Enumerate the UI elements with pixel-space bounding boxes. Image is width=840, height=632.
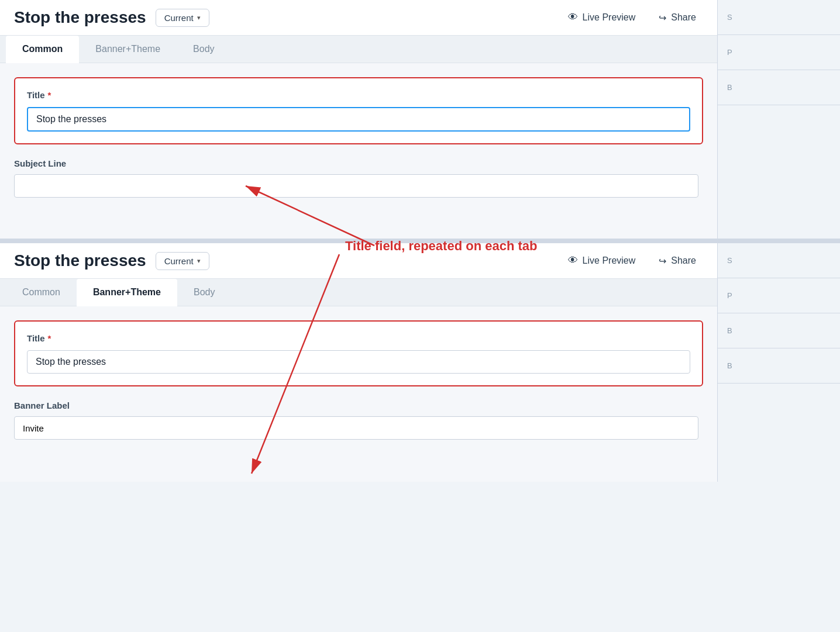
right-item-s2: S <box>718 243 840 278</box>
title-section-box-bottom: Title * <box>14 320 703 386</box>
tab-common-top[interactable]: Common <box>6 36 79 63</box>
share-icon-bottom: ↪ <box>659 255 666 267</box>
share-label-bottom: Share <box>671 255 696 266</box>
page-title-bottom: Stop the presses <box>14 251 146 270</box>
live-preview-label-bottom: Live Preview <box>583 255 636 266</box>
title-section-box-top: Title * <box>14 77 703 144</box>
required-star-top: * <box>48 90 51 100</box>
version-dropdown[interactable]: Current ▾ <box>156 9 209 27</box>
live-preview-button-bottom[interactable]: 👁 Live Preview <box>561 251 643 270</box>
share-label: Share <box>671 12 696 23</box>
share-button-bottom[interactable]: ↪ Share <box>652 252 703 270</box>
live-preview-label: Live Preview <box>583 12 636 23</box>
tab-body-top[interactable]: Body <box>177 36 230 63</box>
version-label-bottom: Current <box>164 256 194 266</box>
title-input-top[interactable] <box>27 107 690 132</box>
version-dropdown-bottom[interactable]: Current ▾ <box>156 252 209 270</box>
banner-section: Banner Label <box>14 400 703 440</box>
lower-right-sidebar: S P B B <box>717 243 840 482</box>
top-content-area: Title * Subject Line <box>0 63 717 239</box>
required-star-bottom: * <box>48 333 51 343</box>
lower-main: Stop the presses Current ▾ 👁 Live Previe… <box>0 243 717 482</box>
right-item-b3: B <box>718 348 840 384</box>
right-item-b2: B <box>718 313 840 348</box>
share-button[interactable]: ↪ Share <box>652 9 703 27</box>
eye-icon: 👁 <box>568 12 578 23</box>
top-header: Stop the presses Current ▾ 👁 Live Previe… <box>0 0 717 36</box>
section-divider <box>0 239 840 243</box>
top-tabs-bar: Common Banner+Theme Body <box>0 36 717 63</box>
chevron-down-icon: ▾ <box>197 14 201 22</box>
live-preview-button[interactable]: 👁 Live Preview <box>561 8 643 27</box>
subject-input[interactable] <box>14 174 698 198</box>
banner-label: Banner Label <box>14 400 703 410</box>
upper-right-sidebar: S P B <box>717 0 840 239</box>
title-label-top: Title * <box>27 90 690 100</box>
eye-icon-bottom: 👁 <box>568 255 578 267</box>
upper-main: Stop the presses Current ▾ 👁 Live Previe… <box>0 0 717 239</box>
right-item-s: S <box>718 0 840 35</box>
version-label: Current <box>164 13 194 23</box>
bottom-content-area: Title * Banner Label <box>0 306 717 482</box>
title-label-bottom: Title * <box>27 333 690 343</box>
banner-input[interactable] <box>14 416 698 440</box>
tab-banner-theme-bottom[interactable]: Banner+Theme <box>77 279 177 306</box>
right-item-p2: P <box>718 278 840 313</box>
chevron-down-icon-bottom: ▾ <box>197 257 201 265</box>
tab-body-bottom[interactable]: Body <box>177 279 231 306</box>
subject-label: Subject Line <box>14 158 703 168</box>
tab-common-bottom[interactable]: Common <box>6 279 77 306</box>
share-icon: ↪ <box>659 12 666 23</box>
tab-banner-theme-top[interactable]: Banner+Theme <box>79 36 177 63</box>
page-layout: Stop the presses Current ▾ 👁 Live Previe… <box>0 0 840 482</box>
bottom-tabs-bar: Common Banner+Theme Body <box>0 279 717 306</box>
title-input-bottom[interactable] <box>27 350 690 374</box>
page-title: Stop the presses <box>14 8 146 27</box>
right-item-b1: B <box>718 70 840 105</box>
lower-section: Stop the presses Current ▾ 👁 Live Previe… <box>0 243 840 482</box>
subject-section: Subject Line <box>14 158 703 198</box>
upper-section: Stop the presses Current ▾ 👁 Live Previe… <box>0 0 840 239</box>
right-item-p: P <box>718 35 840 70</box>
bottom-header: Stop the presses Current ▾ 👁 Live Previe… <box>0 243 717 279</box>
